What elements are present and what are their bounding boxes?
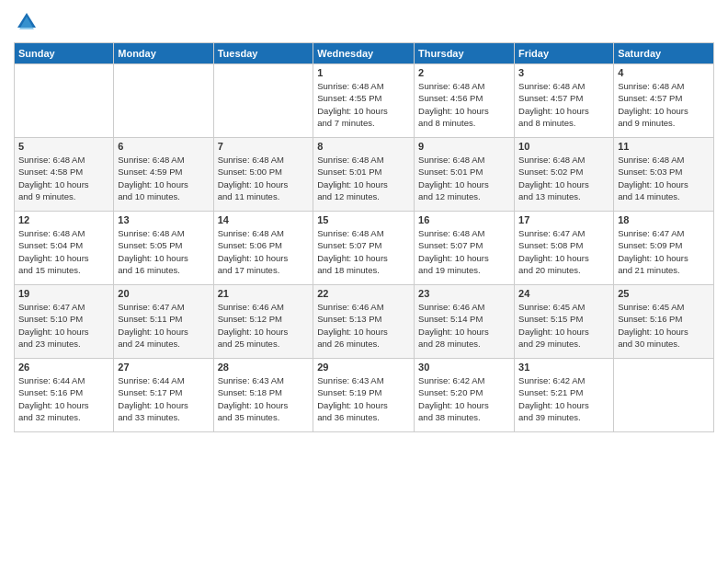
day-info: Sunrise: 6:48 AM Sunset: 5:00 PM Dayligh… <box>218 154 310 202</box>
day-info: Sunrise: 6:45 AM Sunset: 5:15 PM Dayligh… <box>518 301 609 350</box>
day-number: 9 <box>418 141 510 152</box>
day-cell: 24Sunrise: 6:45 AM Sunset: 5:15 PM Dayli… <box>515 285 614 359</box>
day-cell <box>614 359 714 432</box>
day-number: 5 <box>18 141 109 152</box>
day-number: 14 <box>218 214 310 225</box>
header-day: Saturday <box>614 43 714 64</box>
header-day: Monday <box>114 43 213 64</box>
day-number: 29 <box>317 362 410 373</box>
day-info: Sunrise: 6:47 AM Sunset: 5:08 PM Dayligh… <box>518 227 609 276</box>
day-cell: 25Sunrise: 6:45 AM Sunset: 5:16 PM Dayli… <box>614 285 714 359</box>
day-number: 25 <box>618 288 710 299</box>
day-number: 3 <box>518 67 609 78</box>
logo-icon <box>14 9 40 35</box>
header-day: Thursday <box>415 43 515 64</box>
day-cell: 3Sunrise: 6:48 AM Sunset: 4:57 PM Daylig… <box>515 64 614 138</box>
day-number: 24 <box>518 288 609 299</box>
day-info: Sunrise: 6:47 AM Sunset: 5:09 PM Dayligh… <box>618 227 710 276</box>
day-info: Sunrise: 6:48 AM Sunset: 5:01 PM Dayligh… <box>317 154 410 202</box>
day-number: 2 <box>418 67 510 78</box>
day-cell: 10Sunrise: 6:48 AM Sunset: 5:02 PM Dayli… <box>515 138 614 212</box>
day-number: 11 <box>618 141 710 152</box>
day-number: 7 <box>218 141 310 152</box>
day-number: 27 <box>118 362 209 373</box>
day-info: Sunrise: 6:46 AM Sunset: 5:12 PM Dayligh… <box>218 301 310 350</box>
day-cell: 9Sunrise: 6:48 AM Sunset: 5:01 PM Daylig… <box>415 138 515 212</box>
day-cell: 30Sunrise: 6:42 AM Sunset: 5:20 PM Dayli… <box>415 359 515 432</box>
day-info: Sunrise: 6:43 AM Sunset: 5:19 PM Dayligh… <box>317 374 410 423</box>
day-cell: 2Sunrise: 6:48 AM Sunset: 4:56 PM Daylig… <box>415 64 515 138</box>
day-number: 26 <box>18 362 109 373</box>
header-day: Wednesday <box>313 43 415 64</box>
day-info: Sunrise: 6:47 AM Sunset: 5:11 PM Dayligh… <box>118 301 209 350</box>
day-info: Sunrise: 6:48 AM Sunset: 5:04 PM Dayligh… <box>18 227 109 276</box>
day-cell: 22Sunrise: 6:46 AM Sunset: 5:13 PM Dayli… <box>313 285 415 359</box>
day-info: Sunrise: 6:48 AM Sunset: 5:07 PM Dayligh… <box>418 227 510 276</box>
day-cell: 11Sunrise: 6:48 AM Sunset: 5:03 PM Dayli… <box>614 138 714 212</box>
day-number: 16 <box>418 214 510 225</box>
day-info: Sunrise: 6:48 AM Sunset: 4:55 PM Dayligh… <box>317 80 410 129</box>
day-number: 23 <box>418 288 510 299</box>
day-info: Sunrise: 6:45 AM Sunset: 5:16 PM Dayligh… <box>618 301 710 350</box>
day-cell: 20Sunrise: 6:47 AM Sunset: 5:11 PM Dayli… <box>114 285 213 359</box>
logo <box>14 9 43 35</box>
day-info: Sunrise: 6:44 AM Sunset: 5:17 PM Dayligh… <box>118 374 209 423</box>
day-cell: 1Sunrise: 6:48 AM Sunset: 4:55 PM Daylig… <box>313 64 415 138</box>
day-info: Sunrise: 6:48 AM Sunset: 5:02 PM Dayligh… <box>518 154 609 202</box>
day-cell: 7Sunrise: 6:48 AM Sunset: 5:00 PM Daylig… <box>213 138 313 212</box>
day-cell: 12Sunrise: 6:48 AM Sunset: 5:04 PM Dayli… <box>15 212 114 285</box>
day-cell: 31Sunrise: 6:42 AM Sunset: 5:21 PM Dayli… <box>515 359 614 432</box>
day-info: Sunrise: 6:48 AM Sunset: 4:56 PM Dayligh… <box>418 80 510 129</box>
day-number: 4 <box>618 67 710 78</box>
day-cell: 13Sunrise: 6:48 AM Sunset: 5:05 PM Dayli… <box>114 212 213 285</box>
page: SundayMondayTuesdayWednesdayThursdayFrid… <box>0 0 728 563</box>
day-number: 28 <box>218 362 310 373</box>
day-cell <box>15 64 114 138</box>
day-number: 18 <box>618 214 710 225</box>
day-cell: 16Sunrise: 6:48 AM Sunset: 5:07 PM Dayli… <box>415 212 515 285</box>
week-row: 5Sunrise: 6:48 AM Sunset: 4:58 PM Daylig… <box>15 138 714 212</box>
day-number: 15 <box>317 214 410 225</box>
day-info: Sunrise: 6:46 AM Sunset: 5:13 PM Dayligh… <box>317 301 410 350</box>
day-info: Sunrise: 6:48 AM Sunset: 5:05 PM Dayligh… <box>118 227 209 276</box>
day-cell <box>114 64 213 138</box>
day-info: Sunrise: 6:48 AM Sunset: 4:58 PM Dayligh… <box>18 154 109 202</box>
day-info: Sunrise: 6:47 AM Sunset: 5:10 PM Dayligh… <box>18 301 109 350</box>
day-info: Sunrise: 6:42 AM Sunset: 5:20 PM Dayligh… <box>418 374 510 423</box>
day-number: 21 <box>218 288 310 299</box>
day-number: 20 <box>118 288 209 299</box>
day-cell: 4Sunrise: 6:48 AM Sunset: 4:57 PM Daylig… <box>614 64 714 138</box>
header <box>14 9 714 35</box>
day-number: 1 <box>317 67 410 78</box>
day-info: Sunrise: 6:48 AM Sunset: 5:07 PM Dayligh… <box>317 227 410 276</box>
week-row: 19Sunrise: 6:47 AM Sunset: 5:10 PM Dayli… <box>15 285 714 359</box>
day-number: 31 <box>518 362 609 373</box>
header-day: Tuesday <box>213 43 313 64</box>
day-info: Sunrise: 6:48 AM Sunset: 4:57 PM Dayligh… <box>618 80 710 129</box>
day-number: 12 <box>18 214 109 225</box>
day-number: 8 <box>317 141 410 152</box>
day-number: 19 <box>18 288 109 299</box>
day-info: Sunrise: 6:48 AM Sunset: 5:03 PM Dayligh… <box>618 154 710 202</box>
day-info: Sunrise: 6:48 AM Sunset: 4:59 PM Dayligh… <box>118 154 209 202</box>
day-cell: 6Sunrise: 6:48 AM Sunset: 4:59 PM Daylig… <box>114 138 213 212</box>
day-info: Sunrise: 6:44 AM Sunset: 5:16 PM Dayligh… <box>18 374 109 423</box>
day-cell: 21Sunrise: 6:46 AM Sunset: 5:12 PM Dayli… <box>213 285 313 359</box>
day-cell: 28Sunrise: 6:43 AM Sunset: 5:18 PM Dayli… <box>213 359 313 432</box>
day-cell: 15Sunrise: 6:48 AM Sunset: 5:07 PM Dayli… <box>313 212 415 285</box>
day-info: Sunrise: 6:46 AM Sunset: 5:14 PM Dayligh… <box>418 301 510 350</box>
day-number: 13 <box>118 214 209 225</box>
day-info: Sunrise: 6:42 AM Sunset: 5:21 PM Dayligh… <box>518 374 609 423</box>
day-cell: 23Sunrise: 6:46 AM Sunset: 5:14 PM Dayli… <box>415 285 515 359</box>
week-row: 26Sunrise: 6:44 AM Sunset: 5:16 PM Dayli… <box>15 359 714 432</box>
day-info: Sunrise: 6:43 AM Sunset: 5:18 PM Dayligh… <box>218 374 310 423</box>
day-cell: 26Sunrise: 6:44 AM Sunset: 5:16 PM Dayli… <box>15 359 114 432</box>
header-day: Sunday <box>15 43 114 64</box>
week-row: 1Sunrise: 6:48 AM Sunset: 4:55 PM Daylig… <box>15 64 714 138</box>
week-row: 12Sunrise: 6:48 AM Sunset: 5:04 PM Dayli… <box>15 212 714 285</box>
day-cell <box>213 64 313 138</box>
day-cell: 14Sunrise: 6:48 AM Sunset: 5:06 PM Dayli… <box>213 212 313 285</box>
day-number: 22 <box>317 288 410 299</box>
day-cell: 18Sunrise: 6:47 AM Sunset: 5:09 PM Dayli… <box>614 212 714 285</box>
day-cell: 27Sunrise: 6:44 AM Sunset: 5:17 PM Dayli… <box>114 359 213 432</box>
